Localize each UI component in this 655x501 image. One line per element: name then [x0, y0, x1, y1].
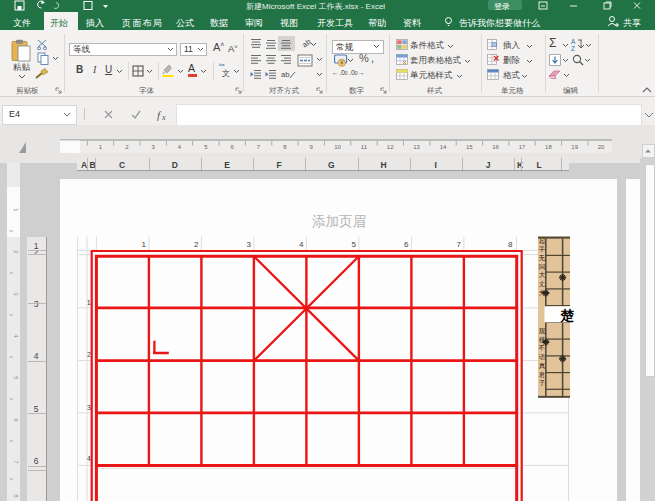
svg-text:楚: 楚 [560, 308, 575, 323]
svg-text:棋: 棋 [539, 336, 545, 343]
svg-text:12: 12 [387, 144, 394, 150]
svg-text:17: 17 [519, 144, 526, 150]
svg-text:10: 10 [334, 144, 341, 150]
svg-text:起: 起 [539, 237, 546, 245]
svg-text:3: 3 [13, 292, 19, 296]
svg-text:无: 无 [539, 254, 546, 262]
svg-text:不: 不 [538, 344, 545, 351]
svg-text:真: 真 [539, 362, 546, 369]
svg-text:6: 6 [13, 418, 19, 422]
svg-text:16: 16 [492, 144, 499, 150]
svg-text:1: 1 [13, 208, 19, 212]
svg-text:15: 15 [466, 144, 473, 150]
svg-text:语: 语 [539, 353, 546, 361]
svg-text:大: 大 [539, 271, 546, 278]
svg-text:8: 8 [13, 494, 19, 498]
svg-text:夫: 夫 [539, 289, 546, 296]
svg-text:7: 7 [13, 460, 19, 464]
svg-text:2: 2 [13, 250, 19, 254]
svg-text:5: 5 [13, 376, 19, 380]
svg-text:18: 18 [545, 144, 552, 150]
svg-text:4: 4 [13, 334, 19, 338]
svg-text:回: 回 [539, 263, 545, 271]
svg-text:14: 14 [440, 144, 447, 150]
svg-text:观: 观 [539, 327, 546, 335]
svg-text:子: 子 [539, 379, 546, 387]
svg-text:13: 13 [413, 144, 420, 150]
svg-text:手: 手 [539, 245, 546, 252]
svg-text:20: 20 [598, 144, 605, 150]
svg-text:丈: 丈 [539, 280, 546, 288]
svg-text:19: 19 [571, 144, 578, 150]
svg-text:11: 11 [361, 144, 368, 150]
svg-text:君: 君 [539, 371, 546, 379]
